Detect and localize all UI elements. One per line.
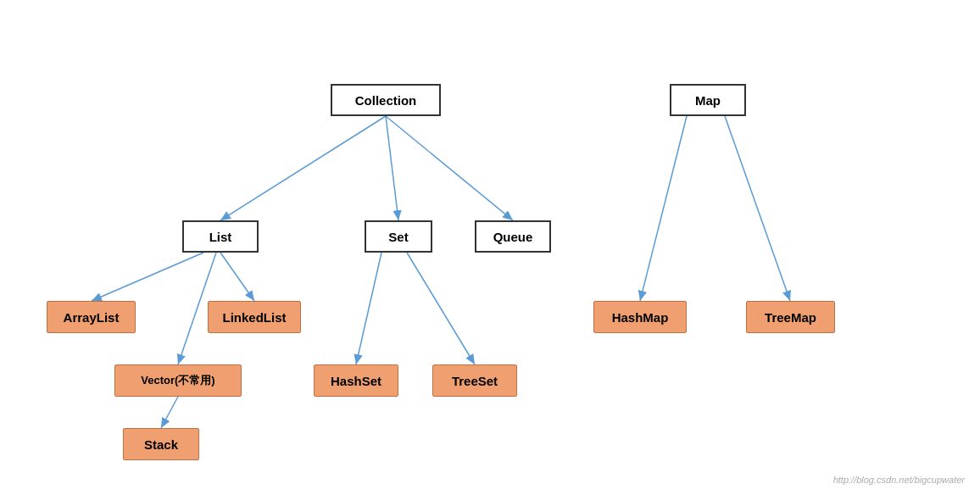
arraylist-node: ArrayList <box>47 301 136 333</box>
linkedlist-node: LinkedList <box>208 301 301 333</box>
collection-node: Collection <box>331 84 441 116</box>
svg-line-5 <box>220 253 254 301</box>
svg-line-4 <box>92 253 203 301</box>
svg-line-9 <box>407 253 475 364</box>
treemap-node: TreeMap <box>746 301 835 333</box>
svg-line-11 <box>725 116 790 301</box>
svg-line-1 <box>220 116 386 220</box>
vector-node: Vector(不常用) <box>114 364 242 397</box>
map-node: Map <box>670 84 746 116</box>
svg-line-3 <box>386 116 513 220</box>
svg-line-2 <box>386 116 398 220</box>
stack-node: Stack <box>123 428 199 460</box>
watermark-text: http://blog.csdn.net/bigcupwater <box>833 475 965 485</box>
hashmap-node: HashMap <box>593 301 687 333</box>
list-node: List <box>182 220 259 253</box>
svg-line-10 <box>640 116 687 301</box>
svg-line-7 <box>161 397 178 428</box>
svg-line-8 <box>356 253 381 364</box>
diagram: Collection Map List Set Queue ArrayList … <box>0 0 980 495</box>
queue-node: Queue <box>475 220 551 253</box>
treeset-node: TreeSet <box>432 364 517 397</box>
set-node: Set <box>365 220 432 253</box>
hashset-node: HashSet <box>314 364 398 397</box>
